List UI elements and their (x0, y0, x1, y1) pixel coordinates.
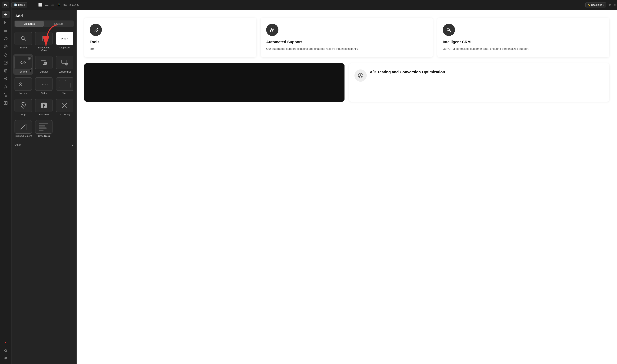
automated-support-title: Automated Support (266, 40, 428, 44)
sidebar-item-search[interactable] (2, 347, 10, 354)
layouts-tab[interactable]: Layouts (44, 21, 73, 26)
sidebar-item-commerce[interactable] (2, 91, 10, 99)
search-element-icon (20, 35, 26, 41)
dropdown-label: Dropdown (59, 46, 70, 49)
sidebar-item-menu[interactable] (2, 27, 10, 34)
element-slider[interactable]: ‹ › Slider (34, 76, 54, 96)
svg-point-22 (5, 86, 6, 87)
element-background-video[interactable]: Background Video (34, 30, 54, 53)
cursor-icon: 𝓀 (30, 69, 31, 73)
svg-point-15 (6, 62, 7, 63)
other-label: Other (14, 143, 21, 146)
element-lightbox[interactable]: Lightbox (34, 54, 54, 75)
tools-icon (93, 27, 98, 33)
svg-point-56 (447, 28, 449, 31)
svg-point-29 (4, 350, 7, 351)
designing-label: Designing (591, 3, 602, 6)
embed-element-icon (20, 59, 27, 66)
slider-label: Slider (41, 92, 47, 94)
desktop-icon[interactable]: ⬜ (38, 3, 42, 7)
lock-icon (270, 27, 275, 33)
tablet-landscape-icon[interactable]: ▬ (45, 3, 48, 7)
sidebar-item-database[interactable] (2, 67, 10, 75)
svg-rect-27 (4, 103, 6, 104)
dropdown-chevron-icon: ▾ (67, 38, 68, 40)
element-facebook[interactable]: Facebook (34, 97, 54, 117)
pencil-icon: ✏️ (588, 4, 590, 6)
svg-rect-25 (4, 102, 6, 103)
sidebar-item-page[interactable] (2, 19, 10, 26)
ab-testing-card: A/B Testing and Conversion Optimization (349, 63, 609, 102)
plus-icon (4, 13, 8, 16)
designing-button[interactable]: ✏️ Designing ▾ (585, 2, 606, 7)
tools-card: Tools orm (84, 18, 256, 57)
element-custom[interactable]: Custom Element (13, 119, 33, 139)
lightbox-element-icon (40, 59, 47, 66)
element-code-block[interactable]: Code Block (34, 119, 54, 139)
sidebar-item-people[interactable] (2, 355, 10, 363)
sidebar-item-apps[interactable] (2, 99, 10, 107)
intelligent-crm-desc: Our CRM centralizes customer data, ensur… (443, 47, 604, 51)
dropdown-element-label-text: Drop (61, 37, 66, 40)
map-pin-icon (20, 102, 26, 109)
page-icon: 📄 (14, 3, 17, 6)
sidebar-item-assets[interactable] (2, 59, 10, 67)
sidebar-item-cms[interactable] (2, 43, 10, 51)
svg-point-46 (22, 104, 24, 105)
element-locales-list[interactable]: Locales List (55, 54, 75, 75)
background-video-label: Background Video (35, 46, 53, 52)
users-icon (4, 85, 8, 89)
element-twitter[interactable]: X (Twitter) (55, 97, 75, 117)
svg-line-34 (24, 39, 26, 41)
other-section[interactable]: Other ∨ (12, 141, 76, 148)
svg-rect-28 (6, 103, 7, 104)
svg-point-33 (21, 37, 24, 40)
svg-line-21 (5, 79, 6, 80)
database-icon (4, 69, 8, 73)
code-icon[interactable]: </> (613, 3, 617, 7)
elements-tab[interactable]: Elements (15, 21, 44, 26)
element-embed[interactable]: ? Embed 𝓀 (13, 54, 33, 75)
more-options-icon[interactable]: ••• (30, 3, 34, 7)
arrow-left-icon: ‹ (40, 82, 41, 86)
people-icon (4, 357, 8, 361)
ab-testing-title: A/B Testing and Conversion Optimization (370, 69, 445, 75)
tablet-portrait-icon[interactable]: ▭ (51, 3, 54, 7)
search-element-label: Search (20, 46, 27, 49)
arrow-right-icon: › (47, 82, 48, 86)
svg-point-32 (6, 357, 7, 359)
sidebar-item-red[interactable]: ■ (2, 339, 10, 346)
facebook-icon (40, 102, 47, 109)
element-tabs[interactable]: Tabs (55, 76, 75, 96)
other-chevron-icon: ∨ (72, 143, 73, 146)
assets-icon (4, 61, 8, 65)
lightbox-label: Lightbox (40, 70, 48, 73)
element-search[interactable]: Search (13, 30, 33, 53)
svg-rect-26 (6, 102, 7, 103)
element-map[interactable]: Map (13, 97, 33, 117)
x-twitter-icon (62, 103, 67, 108)
mobile-icon[interactable]: 📱 (57, 3, 61, 7)
element-navbar[interactable]: Navbar (13, 76, 33, 96)
tools-card-desc: orm (90, 47, 251, 51)
commerce-icon (4, 93, 8, 97)
svg-point-54 (272, 30, 273, 31)
viewport-icons: ⬜ ▬ ▭ 📱 (38, 3, 61, 7)
tabs-label: Tabs (62, 92, 67, 94)
navbar-label: Navbar (20, 92, 27, 94)
logic-icon (4, 77, 8, 81)
apps-icon (4, 101, 8, 105)
svg-marker-35 (43, 37, 46, 40)
drops-icon (4, 53, 8, 57)
menu-icon (4, 29, 8, 33)
chevron-down-icon: ▾ (603, 4, 604, 6)
sidebar-item-components[interactable] (2, 35, 10, 42)
sidebar-item-users[interactable] (2, 83, 10, 91)
svg-point-61 (361, 76, 362, 77)
refresh-icon[interactable]: ↻ (608, 3, 611, 7)
home-tab[interactable]: 📄 Home (12, 2, 27, 7)
sidebar-item-add[interactable] (2, 11, 10, 18)
element-dropdown[interactable]: Drop ▾ Dropdown (55, 30, 75, 53)
sidebar-item-logic[interactable] (2, 75, 10, 83)
sidebar-item-drops[interactable] (2, 51, 10, 59)
